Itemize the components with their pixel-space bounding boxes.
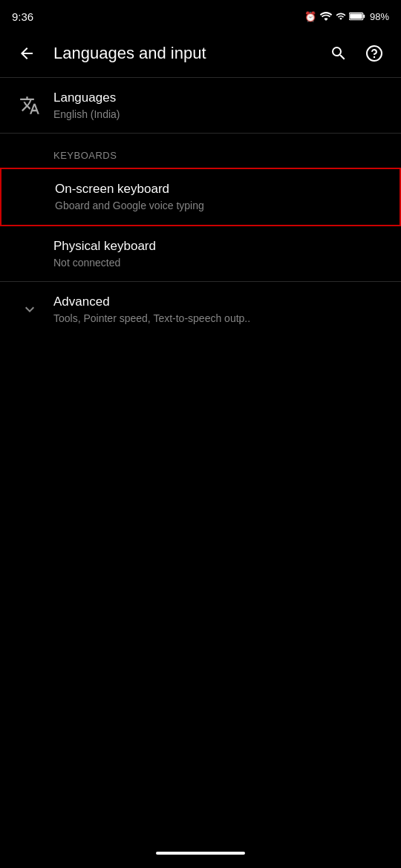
languages-item[interactable]: Languages English (India)	[0, 78, 401, 133]
keyboards-header-text: KEYBOARDS	[53, 150, 117, 161]
status-icons: ⏰ 98%	[304, 11, 389, 22]
signal-icon	[336, 11, 346, 22]
physical-keyboard-text: Physical keyboard Not connected	[53, 238, 389, 269]
advanced-icon	[12, 300, 48, 318]
status-bar: 9:36 ⏰ 98%	[0, 0, 401, 30]
help-icon	[365, 45, 383, 62]
languages-icon	[12, 95, 48, 116]
onscreen-keyboard-text: On-screen keyboard Gboard and Google voi…	[55, 181, 388, 212]
page-title: Languages and input	[53, 44, 312, 63]
back-icon	[18, 45, 36, 62]
back-button[interactable]	[12, 39, 42, 68]
advanced-subtitle: Tools, Pointer speed, Text-to-speech out…	[53, 312, 389, 325]
onscreen-keyboard-subtitle: Gboard and Google voice typing	[55, 199, 388, 212]
search-button[interactable]	[324, 39, 353, 68]
battery-percentage: 98%	[370, 11, 389, 22]
languages-subtitle: English (India)	[53, 108, 389, 121]
app-bar: Languages and input	[0, 30, 401, 77]
battery-icon	[349, 11, 365, 22]
search-icon	[330, 45, 348, 62]
help-button[interactable]	[359, 39, 389, 68]
languages-text: Languages English (India)	[53, 90, 389, 121]
keyboards-section-header: KEYBOARDS	[0, 134, 401, 168]
status-time: 9:36	[12, 10, 33, 23]
onscreen-keyboard-title: On-screen keyboard	[55, 181, 388, 197]
physical-keyboard-item[interactable]: Physical keyboard Not connected	[0, 226, 401, 281]
advanced-text: Advanced Tools, Pointer speed, Text-to-s…	[53, 294, 389, 325]
chevron-down-icon	[21, 300, 39, 318]
physical-keyboard-subtitle: Not connected	[53, 256, 389, 269]
translate-icon	[19, 95, 40, 116]
app-bar-actions	[324, 39, 389, 68]
advanced-title: Advanced	[53, 294, 389, 310]
onscreen-keyboard-item[interactable]: On-screen keyboard Gboard and Google voi…	[0, 168, 401, 226]
alarm-icon: ⏰	[304, 11, 316, 22]
physical-keyboard-title: Physical keyboard	[53, 238, 389, 254]
advanced-item[interactable]: Advanced Tools, Pointer speed, Text-to-s…	[0, 282, 401, 337]
svg-rect-2	[350, 13, 362, 19]
wifi-icon	[319, 11, 333, 22]
languages-title: Languages	[53, 90, 389, 106]
svg-rect-1	[363, 15, 365, 19]
bottom-nav-indicator	[156, 852, 245, 855]
